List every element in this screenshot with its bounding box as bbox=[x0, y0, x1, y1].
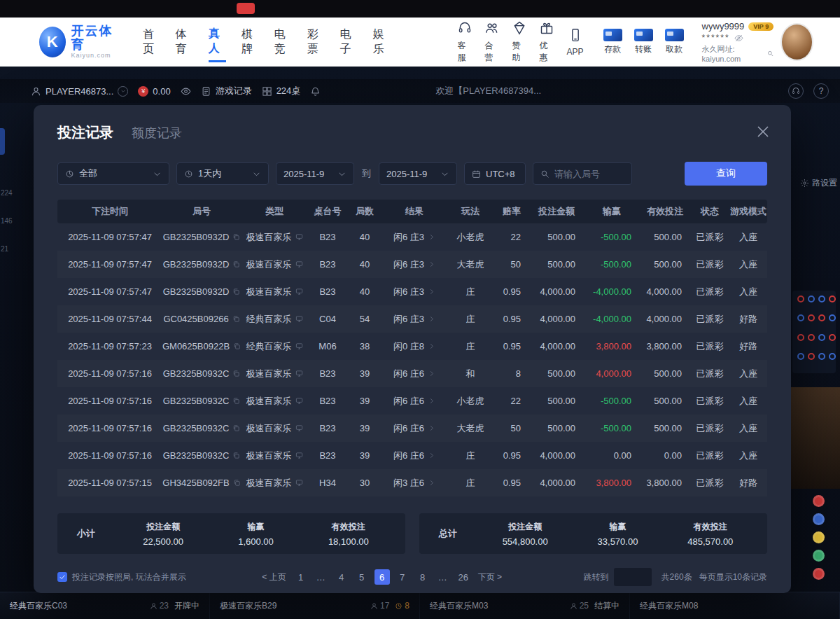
nav-item-棋牌[interactable]: 棋牌 bbox=[241, 23, 259, 61]
round-search-field[interactable] bbox=[533, 162, 632, 185]
result-detail-icon[interactable] bbox=[428, 233, 435, 241]
nav-item-体育[interactable]: 体育 bbox=[176, 23, 193, 61]
table-row[interactable]: 2025-11-09 07:57:44GC0425B09266经典百家乐C045… bbox=[57, 305, 767, 333]
quick-action-赞助[interactable]: 赞助 bbox=[512, 21, 526, 64]
bank-card-icon bbox=[665, 29, 684, 41]
page-button-1[interactable]: 1 bbox=[293, 569, 309, 585]
table-row[interactable]: 2025-11-09 07:57:47GB2325B0932D极速百家乐B234… bbox=[57, 251, 767, 278]
result-detail-icon[interactable] bbox=[428, 370, 435, 377]
eye-off-icon[interactable] bbox=[734, 34, 743, 43]
cell: GB2325B0932C bbox=[162, 368, 241, 379]
table-count-button[interactable]: 224桌 bbox=[262, 85, 301, 97]
avatar[interactable] bbox=[780, 23, 813, 61]
copy-icon[interactable] bbox=[232, 288, 240, 295]
nav-item-电竞[interactable]: 电竞 bbox=[274, 23, 292, 61]
column-header: 局号 bbox=[162, 205, 241, 218]
copy-icon[interactable] bbox=[232, 315, 240, 323]
balance-display[interactable]: ¥ 0.00 bbox=[138, 86, 170, 97]
bottom-table-item[interactable]: 经典百家乐C0323开牌中 bbox=[0, 592, 210, 619]
table-row[interactable]: 2025-11-09 07:57:16GB2325B0932C极速百家乐B233… bbox=[57, 415, 767, 442]
cell: 40 bbox=[347, 232, 382, 242]
quick-action-客服[interactable]: 客服 bbox=[458, 21, 472, 64]
nav-item-真人[interactable]: 真人 bbox=[209, 22, 226, 62]
table-row[interactable]: 2025-11-09 07:57:16GB2325B0932C极速百家乐B233… bbox=[57, 442, 767, 469]
bottom-table-item[interactable]: 极速百家乐B29178 bbox=[210, 592, 420, 619]
cell: 4,000.00 bbox=[640, 286, 690, 297]
result-detail-icon[interactable] bbox=[428, 315, 435, 323]
table-row[interactable]: 2025-11-09 07:57:47GB2325B0932D极速百家乐B234… bbox=[57, 278, 767, 305]
win-loss-label: 输赢 bbox=[218, 521, 293, 533]
nav-item-娱乐[interactable]: 娱乐 bbox=[373, 23, 391, 61]
nav-item-电子[interactable]: 电子 bbox=[340, 23, 358, 61]
quick-action-合营[interactable]: 合营 bbox=[485, 21, 499, 64]
help-icon[interactable]: ? bbox=[813, 83, 829, 99]
result-detail-icon[interactable] bbox=[428, 424, 435, 432]
table-row[interactable]: 2025-11-09 07:57:23GM0625B0922B经典百家乐M063… bbox=[57, 333, 767, 360]
jump-input[interactable] bbox=[614, 568, 652, 586]
result-detail-icon[interactable] bbox=[428, 397, 435, 405]
wallet-action-取款[interactable]: 取款 bbox=[665, 29, 684, 55]
round-search-input[interactable] bbox=[554, 169, 624, 179]
date-from-picker[interactable]: 2025-11-9 bbox=[276, 162, 354, 185]
table-row[interactable]: 2025-11-09 07:57:47GB2325B0932D极速百家乐B234… bbox=[57, 223, 767, 251]
service-icon[interactable] bbox=[788, 83, 804, 99]
cell: 2025-11-09 07:57:47 bbox=[57, 232, 162, 242]
page-button-5[interactable]: 5 bbox=[354, 569, 370, 585]
cell: 庄 bbox=[447, 477, 494, 489]
dealer-video-thumbnail[interactable] bbox=[791, 387, 840, 489]
wallet-actions: 存款转账取款 bbox=[603, 29, 684, 55]
page-button-4[interactable]: 4 bbox=[334, 569, 349, 585]
result-detail-icon[interactable] bbox=[428, 452, 435, 459]
copy-icon[interactable] bbox=[232, 452, 240, 459]
copy-icon[interactable] bbox=[232, 370, 240, 377]
page-button-26[interactable]: 26 bbox=[456, 569, 471, 585]
bottom-table-item[interactable]: 经典百家乐M08 bbox=[630, 592, 840, 619]
notifications-button[interactable] bbox=[310, 86, 321, 97]
tab-投注记录[interactable]: 投注记录 bbox=[57, 123, 113, 142]
merge-records-checkbox[interactable]: 投注记录按照局, 玩法合并展示 bbox=[57, 571, 186, 583]
checkbox-checked-icon[interactable] bbox=[57, 572, 67, 582]
next-page-button[interactable]: 下页 > bbox=[476, 569, 504, 585]
table-row[interactable]: 2025-11-09 07:57:15GH3425B092FB极速百家乐H343… bbox=[57, 469, 767, 496]
result-detail-icon[interactable] bbox=[428, 479, 435, 487]
table-row[interactable]: 2025-11-09 07:57:16GB2325B0932C极速百家乐B233… bbox=[57, 360, 767, 387]
road-settings[interactable]: 路设置 bbox=[800, 177, 837, 189]
balance-value: 0.00 bbox=[153, 86, 170, 97]
page: K 开云体育 Kaiyun.com 首页体育真人棋牌电竞彩票电子娱乐 客服合营赞… bbox=[0, 0, 840, 619]
result-detail-icon[interactable] bbox=[428, 260, 435, 268]
subtotal-bet: 22,500.00 bbox=[126, 536, 200, 547]
toggle-balance-visibility[interactable] bbox=[181, 86, 191, 97]
nav-item-彩票[interactable]: 彩票 bbox=[307, 23, 325, 61]
game-records-button[interactable]: 游戏记录 bbox=[201, 85, 252, 97]
wallet-action-转账[interactable]: 转账 bbox=[634, 29, 653, 55]
time-range-select[interactable]: 1天内 bbox=[176, 162, 269, 185]
result-detail-icon[interactable] bbox=[428, 342, 435, 350]
result-detail-icon[interactable] bbox=[428, 288, 435, 295]
page-button-6[interactable]: 6 bbox=[374, 569, 390, 585]
category-select[interactable]: 全部 bbox=[57, 162, 169, 185]
prev-page-button[interactable]: < 上页 bbox=[260, 569, 288, 585]
query-button[interactable]: 查询 bbox=[685, 162, 767, 186]
quick-action-APP[interactable]: APP bbox=[567, 28, 584, 57]
close-icon[interactable] bbox=[755, 123, 771, 140]
page-button-7[interactable]: 7 bbox=[395, 569, 410, 585]
page-button-8[interactable]: 8 bbox=[415, 569, 430, 585]
bottom-table-item[interactable]: 经典百家乐M0325结算中 bbox=[420, 592, 630, 619]
copy-icon[interactable] bbox=[233, 342, 241, 350]
tab-额度记录[interactable]: 额度记录 bbox=[132, 125, 182, 141]
cell: 已派彩 bbox=[690, 422, 729, 435]
copy-icon[interactable] bbox=[232, 397, 240, 405]
nav-item-首页[interactable]: 首页 bbox=[143, 23, 160, 61]
site-logo[interactable]: K 开云体育 Kaiyun.com bbox=[39, 25, 119, 59]
wallet-action-存款[interactable]: 存款 bbox=[603, 29, 622, 55]
player-id-dropdown[interactable]: PLAYER46873... bbox=[31, 86, 128, 97]
copy-icon[interactable] bbox=[232, 233, 240, 241]
copy-icon[interactable] bbox=[233, 479, 241, 487]
quick-action-优惠[interactable]: 优惠 bbox=[540, 21, 554, 64]
search-icon[interactable] bbox=[767, 50, 774, 57]
copy-icon[interactable] bbox=[232, 260, 240, 268]
copy-icon[interactable] bbox=[232, 424, 240, 432]
date-to-picker[interactable]: 2025-11-9 bbox=[379, 162, 457, 185]
table-type-icon bbox=[295, 233, 303, 241]
table-row[interactable]: 2025-11-09 07:57:16GB2325B0932C极速百家乐B233… bbox=[57, 387, 767, 415]
